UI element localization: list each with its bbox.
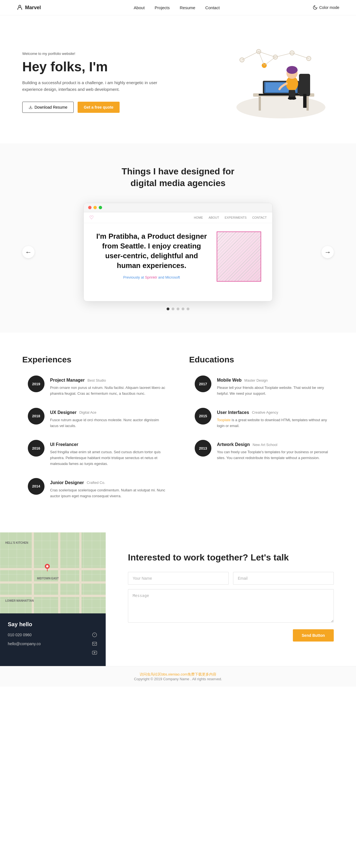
- hero-buttons: Download Resume Get a free quote: [22, 102, 167, 113]
- svg-line-30: [264, 57, 275, 65]
- nav-about[interactable]: About: [134, 5, 145, 10]
- social-row: [8, 649, 98, 656]
- exp-content-3: Junior Designer Crafted Co. Cras sceleri…: [50, 478, 167, 499]
- carousel-next-button[interactable]: →: [322, 246, 334, 258]
- browser-nav-home: HOME: [194, 216, 203, 219]
- education-timeline: 2017 Mobile Web Master Design Please tel…: [189, 375, 334, 461]
- browser-site-nav: ♡ HOME ABOUT EXPERIMENTS CONTACT: [84, 212, 272, 223]
- email-input[interactable]: [233, 572, 334, 585]
- logo-text: Marvel: [25, 5, 41, 10]
- browser-text: I'm Pratibha, a Product designer from Se…: [95, 231, 208, 279]
- exp-year-1: 2018: [28, 408, 44, 425]
- download-resume-button[interactable]: Download Resume: [22, 102, 74, 113]
- exp-content-0: Project Manager Best Studio Proin ornare…: [50, 375, 167, 397]
- hero-illustration: [217, 38, 334, 127]
- exp-role-2: UI Freelancer: [50, 442, 167, 447]
- browser-dot-red: [88, 206, 92, 209]
- carousel-prev-button[interactable]: ←: [22, 246, 34, 258]
- color-mode-toggle[interactable]: Color mode: [313, 5, 339, 10]
- portfolio-section: Things I have designed for digital media…: [0, 144, 356, 333]
- carousel-dot-2[interactable]: [172, 308, 174, 310]
- send-button[interactable]: Send Button: [293, 629, 334, 642]
- name-input[interactable]: [128, 572, 228, 585]
- exp-role-1: UX Designer Digital Ace: [50, 410, 167, 415]
- browser-nav-links: HOME ABOUT EXPERIMENTS CONTACT: [194, 216, 267, 219]
- contact-section: HELL'S KITCHEN MIDTOWN EAST LOWER MANHAT…: [0, 532, 356, 666]
- microsoft-link[interactable]: Microsoft: [165, 275, 180, 279]
- browser-credits: Previously at Sprinklr and Microsoft: [95, 275, 208, 279]
- sprinklr-link[interactable]: Sprinklr: [145, 275, 157, 279]
- edu-year-2: 2013: [195, 440, 211, 457]
- edu-content-0: Mobile Web Master Design Please tell you…: [217, 375, 334, 397]
- hero-tagline: Welcome to my portfolio website!: [22, 52, 167, 56]
- phone-icon: [91, 631, 98, 638]
- tooplate-link[interactable]: Tooplate: [217, 418, 230, 422]
- map-side: HELL'S KITCHEN MIDTOWN EAST LOWER MANHAT…: [0, 532, 106, 666]
- browser-nav-contact: CONTACT: [252, 216, 267, 219]
- exp-edu-section: Experiences 2019 Project Manager Best St…: [0, 333, 356, 532]
- svg-point-0: [19, 5, 21, 7]
- browser-mockup: ♡ HOME ABOUT EXPERIMENTS CONTACT I'm Pra…: [83, 203, 273, 301]
- exp-desc-2: Sed fringilla vitae enim sit amet cursus…: [50, 449, 167, 467]
- phone-number: 010 020 0960: [8, 632, 32, 637]
- browser-nav-experiments: EXPERIMENTS: [225, 216, 247, 219]
- nav-contact[interactable]: Contact: [205, 5, 220, 10]
- social-icon: [91, 649, 98, 656]
- browser-content: I'm Pratibha, a Product designer from Se…: [84, 223, 272, 301]
- footer: 访问虫鸟社区bbs.xieniao.com免费下载更多内容 Copyright …: [0, 666, 356, 687]
- carousel-dot-5[interactable]: [187, 308, 189, 310]
- edu-year-1: 2015: [195, 408, 211, 425]
- carousel-dot-3[interactable]: [177, 308, 179, 310]
- nav-resume[interactable]: Resume: [180, 5, 195, 10]
- education-title: Educations: [189, 355, 334, 364]
- email-row: hello@company.co: [8, 641, 98, 647]
- edu-desc-2: You can freely use Tooplate's templates …: [217, 449, 334, 461]
- svg-rect-9: [259, 94, 303, 96]
- exp-desc-1: Fusce rutrum augue id orci rhoncus moles…: [50, 417, 167, 429]
- edu-content-2: Artwork Design New Art School You can fr…: [217, 440, 334, 461]
- navbar: Marvel About Projects Resume Contact Col…: [0, 0, 356, 15]
- exp-desc-0: Proin ornare non purus ut rutrum. Nulla …: [50, 385, 167, 397]
- experience-timeline: 2019 Project Manager Best Studio Proin o…: [22, 375, 167, 499]
- download-icon: [29, 105, 33, 109]
- browser-dot-yellow: [94, 206, 97, 209]
- download-resume-label: Download Resume: [34, 105, 67, 110]
- portfolio-title: Things I have designed for digital media…: [119, 166, 237, 189]
- edu-role-2: Artwork Design New Art School: [217, 442, 334, 447]
- experience-item-2: 2016 UI Freelancer Sed fringilla vitae e…: [28, 440, 167, 467]
- get-quote-button[interactable]: Get a free quote: [78, 102, 119, 113]
- svg-point-2: [237, 96, 325, 118]
- contact-form-row1: [128, 572, 334, 585]
- exp-year-2: 2016: [28, 440, 44, 457]
- map-overlay: Say hello 010 020 0960 hello@company.co: [0, 613, 106, 666]
- svg-rect-5: [307, 97, 309, 111]
- edu-desc-0: Please tell your friends about Tooplate …: [217, 385, 334, 397]
- email-address: hello@company.co: [8, 642, 41, 646]
- nav-projects[interactable]: Projects: [155, 5, 170, 10]
- svg-line-27: [259, 52, 264, 65]
- map-road-h3: [0, 595, 106, 597]
- browser-dot-green: [99, 206, 102, 209]
- contact-form-side: Interested to work together? Let's talk …: [106, 532, 356, 666]
- experience-item-3: 2014 Junior Designer Crafted Co. Cras sc…: [28, 478, 167, 499]
- svg-point-18: [291, 97, 296, 100]
- experience-column: Experiences 2019 Project Manager Best St…: [22, 355, 167, 510]
- svg-line-26: [259, 52, 275, 57]
- edu-content-1: User Interfaces Creative Agency Tooplate…: [217, 408, 334, 429]
- experience-title: Experiences: [22, 355, 167, 364]
- logo[interactable]: Marvel: [17, 4, 41, 10]
- browser-nav-about: ABOUT: [209, 216, 219, 219]
- carousel-dot-4[interactable]: [182, 308, 184, 310]
- contact-title: Interested to work together? Let's talk: [128, 552, 334, 563]
- edu-year-0: 2017: [195, 375, 211, 392]
- education-item-2: 2013 Artwork Design New Art School You c…: [195, 440, 334, 461]
- email-icon: [91, 641, 98, 647]
- svg-rect-36: [93, 642, 97, 645]
- message-textarea[interactable]: [128, 589, 334, 623]
- exp-content-1: UX Designer Digital Ace Fusce rutrum aug…: [50, 408, 167, 429]
- footer-copyright: Copyright © 2019 Company Name . All righ…: [6, 677, 350, 681]
- svg-line-25: [242, 52, 259, 60]
- carousel-dot-1[interactable]: [167, 308, 169, 310]
- edu-role-1: User Interfaces Creative Agency: [217, 410, 334, 415]
- carousel: ← ♡ HOME ABOUT EXPERIMENTS CONTACT: [17, 203, 339, 301]
